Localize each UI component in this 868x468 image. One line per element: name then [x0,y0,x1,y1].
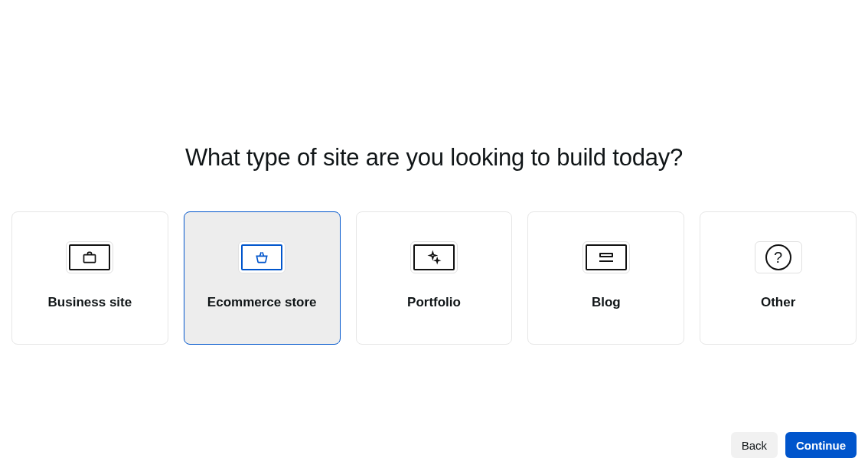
option-label: Portfolio [407,295,461,310]
option-label: Business site [48,295,132,310]
icon-tile: ? [755,241,802,273]
icon-frame: ? [758,244,799,270]
option-ecommerce-store[interactable]: Ecommerce store [184,211,341,345]
page-heading: What type of site are you looking to bui… [0,144,868,172]
continue-button[interactable]: Continue [785,432,857,458]
footer-actions: Back Continue [731,432,857,458]
basket-icon [254,250,269,265]
post-icon [599,252,613,263]
option-label: Blog [592,295,621,310]
option-label: Ecommerce store [207,295,317,310]
briefcase-icon [82,250,97,265]
icon-frame [241,244,282,270]
option-other[interactable]: ? Other [700,211,857,345]
icon-tile [238,241,286,273]
icon-tile [66,241,113,273]
icon-frame [413,244,455,270]
icon-tile [410,241,458,273]
icon-frame [69,244,110,270]
site-type-options: Business site Ecommerce store [0,211,868,345]
option-blog[interactable]: Blog [527,211,684,345]
sparkle-icon [426,250,442,265]
option-business-site[interactable]: Business site [11,211,168,345]
option-label: Other [761,295,795,310]
icon-tile [582,241,630,273]
svg-rect-0 [84,255,96,263]
icon-frame [586,244,627,270]
question-icon: ? [765,244,791,270]
option-portfolio[interactable]: Portfolio [356,211,513,345]
back-button[interactable]: Back [731,432,778,458]
